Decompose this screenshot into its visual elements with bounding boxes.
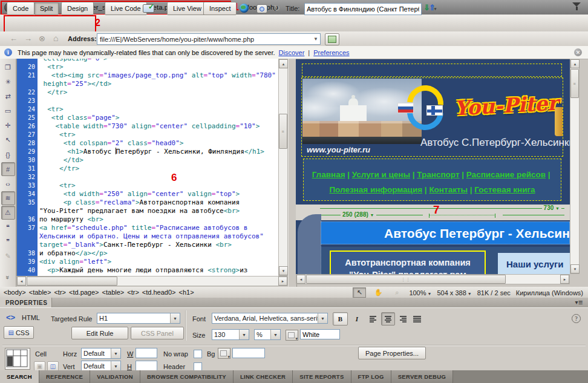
align-center-button[interactable] <box>381 312 395 326</box>
code-line-text[interactable] <box>38 173 39 182</box>
scrollbar-thumb[interactable] <box>27 277 117 286</box>
scroll-left-icon[interactable]: ◂ <box>17 277 26 286</box>
edit-rule-button[interactable]: Edit Rule <box>71 327 128 339</box>
scroll-down-icon[interactable]: ▾ <box>570 264 580 273</box>
forward-icon[interactable]: → <box>24 34 32 43</box>
collapse-selection-icon[interactable]: ▭ <box>1 104 15 118</box>
code-line-text[interactable]: </tr> <box>38 165 79 173</box>
code-line-text[interactable]: <tr> <box>38 131 76 139</box>
scrollbar-thumb[interactable]: ≡ <box>570 69 579 98</box>
text-color-input[interactable] <box>300 329 340 339</box>
scroll-down-icon[interactable]: ▾ <box>279 266 288 275</box>
tag-selector-item[interactable]: <td.page> <box>69 289 99 296</box>
code-line-text[interactable]: height="25"></td> <box>38 80 111 88</box>
magnification-select[interactable]: 100%▼ <box>409 289 431 296</box>
scroll-up-icon[interactable]: ▴ <box>570 59 580 68</box>
open-documents-icon[interactable]: ❐ <box>1 61 15 74</box>
apply-comment-icon[interactable]: ❝ <box>1 220 15 234</box>
css-panel-button[interactable]: CSS Panel <box>131 327 184 339</box>
select-parent-tag-icon[interactable]: ↖ <box>1 133 15 147</box>
scroll-up-icon[interactable]: ▴ <box>279 59 288 68</box>
home-icon[interactable]: ⌂ <box>53 33 58 43</box>
results-tab-server-debug[interactable]: SERVER DEBUG <box>391 370 453 383</box>
tag-selector-item[interactable]: <tr> <box>127 289 139 296</box>
code-line-text[interactable]: <td><img src="images/page_top.png" alt="… <box>38 71 276 80</box>
header-checkbox[interactable] <box>194 362 202 371</box>
code-horizontal-scrollbar[interactable]: ◂ ▸ <box>16 276 288 286</box>
html-mode-icon[interactable]: <> <box>6 313 15 322</box>
code-line-text[interactable]: target="_blank">Санкт-Петербург - Хельси… <box>38 241 232 249</box>
code-line-text[interactable]: <h1>Автобус Петербург - Хельсинки, Финля… <box>38 148 264 156</box>
address-input[interactable] <box>97 36 313 43</box>
bg-color-swatch[interactable] <box>218 348 230 359</box>
code-line-text[interactable]: "You-Piter" предлагает вам поездки на ав… <box>38 207 240 215</box>
hand-tool-icon[interactable]: ✋ <box>371 287 385 298</box>
company-intro-box[interactable]: Автотранспортная компания "You-Piter" пр… <box>330 250 486 275</box>
results-tab-site-reports[interactable]: SITE REPORTS <box>293 370 351 383</box>
live-code-button[interactable]: Live Code <box>105 2 147 15</box>
nav-menu-link[interactable]: Контакты <box>429 185 468 194</box>
tag-selector-item[interactable]: <body> <box>4 289 26 296</box>
code-line-text[interactable]: </tr> <box>38 88 67 97</box>
text-color-swatch[interactable] <box>286 330 298 341</box>
validate-markup-icon[interactable] <box>256 4 267 13</box>
address-dropdown-icon[interactable]: ▼ <box>313 36 320 42</box>
align-right-button[interactable] <box>396 312 410 326</box>
results-tab-link-checker[interactable]: LINK CHECKER <box>234 370 293 383</box>
align-left-button[interactable] <box>367 312 381 326</box>
split-view-button[interactable]: Split <box>34 2 59 15</box>
italic-button[interactable]: I <box>350 312 364 326</box>
remove-comment-icon[interactable]: ❞ <box>1 235 15 249</box>
bold-button[interactable]: B <box>333 312 348 326</box>
stop-icon[interactable]: ⊗ <box>39 34 45 43</box>
scrollbar-thumb[interactable]: ⋮⋮ <box>306 275 506 284</box>
nav-menu-link[interactable]: Услуги и цены <box>352 170 410 179</box>
discover-link[interactable]: Discover <box>279 49 305 56</box>
nav-menu-link[interactable]: Транспорт <box>417 170 459 179</box>
balance-braces-icon[interactable]: {} <box>1 148 15 162</box>
window-size-select[interactable]: 504 x 388▼ <box>437 289 471 296</box>
cell-height-input[interactable] <box>136 361 157 371</box>
column-width-label-250[interactable]: 250 (288) ▼ <box>341 211 376 218</box>
tag-selector-item[interactable]: <h1> <box>179 289 194 296</box>
tag-selector-item[interactable]: <table> <box>102 289 125 296</box>
css-mode-button[interactable]: ▤CSS <box>4 326 34 339</box>
preview-in-browser-icon[interactable] <box>240 4 249 13</box>
line-numbers-icon[interactable]: # <box>1 162 15 176</box>
html-mode-button[interactable]: HTML <box>22 314 40 321</box>
services-box[interactable]: Наши услуги <box>498 253 570 275</box>
code-navigator-icon[interactable]: ✳ <box>1 75 15 89</box>
nav-menu-link[interactable]: Расписание рейсов <box>466 170 546 179</box>
code-line-text[interactable]: <tr> <box>38 182 76 190</box>
select-tool-icon[interactable]: ↖ <box>353 287 366 298</box>
highlight-invalid-code-icon[interactable]: ‹› <box>1 177 15 191</box>
targeted-rule-select[interactable]: H1▼ <box>97 313 180 324</box>
preferences-link[interactable]: Preferences <box>313 49 349 56</box>
collapse-full-tag-icon[interactable]: ⇄ <box>1 90 15 103</box>
back-icon[interactable]: ← <box>10 34 18 43</box>
nav-menu-link[interactable]: Полезная информация <box>329 185 422 194</box>
code-line-text[interactable]: Хельсинки и обратно. Цены и места отправ… <box>38 232 264 241</box>
code-line-text[interactable]: <td class="page"> <box>38 114 119 122</box>
horz-align-select[interactable]: Default▼ <box>81 348 121 359</box>
table-width-label-730[interactable]: 730 ▼ <box>542 205 561 211</box>
tag-selector-item[interactable]: <tr> <box>54 289 66 296</box>
browser-list-icon[interactable] <box>325 33 339 45</box>
size-unit-select[interactable]: %▼ <box>254 329 281 340</box>
results-tab-validation[interactable]: VALIDATION <box>90 370 140 383</box>
design-vertical-scrollbar[interactable]: ▴ ≡ ▾ <box>570 59 580 274</box>
word-wrap-icon[interactable]: ≋ <box>1 191 15 205</box>
code-line-text[interactable]: <p>Каждый день многие люди отправляются … <box>38 266 247 275</box>
nav-menu-link[interactable]: Главная <box>312 170 345 179</box>
results-tab-reference[interactable]: REFERENCE <box>39 370 90 383</box>
results-tab-browser-compatibility[interactable]: BROWSER COMPATIBILITY <box>140 370 234 383</box>
code-line-text[interactable]: <table width="730" align="center" cellpa… <box>38 122 260 131</box>
design-horizontal-scrollbar[interactable]: ◂ ⋮⋮ ▸ <box>296 274 570 284</box>
results-tab-ftp-log[interactable]: FTP LOG <box>351 370 391 383</box>
live-view-button[interactable]: Live View <box>167 2 207 15</box>
page-heading-banner[interactable]: Автобус Петербург - Хельсинки <box>321 221 570 244</box>
size-select[interactable]: 130▼ <box>212 329 249 340</box>
results-tab-search[interactable]: SEARCH <box>0 370 39 383</box>
code-line-text[interactable]: по маршруту <br> <box>38 215 103 224</box>
code-line-text[interactable]: <td colspan="2" class="head0"> <box>38 139 183 148</box>
